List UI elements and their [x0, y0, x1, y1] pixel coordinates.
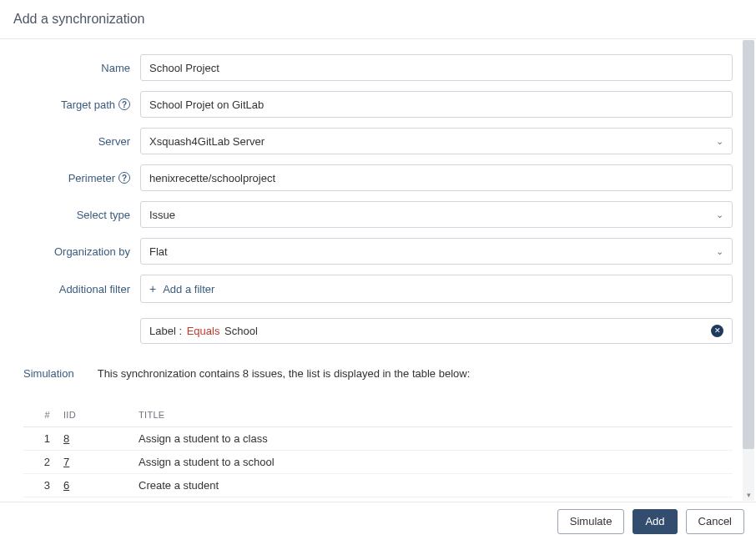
filter-chip: Label : Equals School ✕ — [140, 318, 733, 344]
filter-chip-row: Label : Equals School ✕ — [140, 318, 733, 344]
label-server: Server — [23, 135, 140, 148]
select-select-type[interactable]: Issue ⌄ — [140, 201, 733, 228]
modal-body: Name Target path ? Server Xsquash4GitLab… — [0, 39, 756, 507]
cell-iid: 8 — [57, 427, 132, 451]
label-additional-filter: Additional filter — [23, 283, 140, 295]
row-target-path: Target path ? — [23, 91, 733, 118]
table-row: 18Assign a student to a class — [23, 427, 733, 451]
row-perimeter: Perimeter? — [23, 164, 733, 191]
table-row: 36Create a student — [23, 474, 733, 497]
cell-title: Assign a student to a school — [132, 451, 733, 474]
scrollbar-thumb[interactable] — [743, 40, 754, 449]
issues-table: # IID TITLE 18Assign a student to a clas… — [23, 403, 733, 507]
col-header-title: TITLE — [132, 403, 733, 427]
plus-icon: + — [149, 282, 156, 295]
modal-title: Add a synchronization — [13, 12, 144, 26]
cell-iid: 6 — [57, 474, 132, 497]
label-name: Name — [23, 62, 140, 74]
chevron-down-icon: ⌄ — [716, 136, 723, 147]
help-icon[interactable]: ? — [118, 98, 130, 110]
modal-header: Add a synchronization — [0, 0, 756, 39]
simulation-header: Simulation This synchronization contains… — [23, 367, 733, 380]
iid-link[interactable]: 7 — [63, 456, 69, 468]
table-row: 27Assign a student to a school — [23, 451, 733, 474]
row-organization-by: Organization by Flat ⌄ — [23, 238, 733, 265]
cancel-button[interactable]: Cancel — [686, 509, 744, 534]
row-name: Name — [23, 54, 733, 81]
select-organization-by[interactable]: Flat ⌄ — [140, 238, 733, 265]
simulation-desc: This synchronization contains 8 issues, … — [98, 367, 471, 380]
cell-idx: 3 — [23, 474, 57, 497]
cell-title: Create a student — [132, 474, 733, 497]
row-server: Server Xsquash4GitLab Server ⌄ — [23, 128, 733, 154]
scroll-down-icon[interactable]: ▾ — [743, 489, 754, 501]
chevron-down-icon: ⌄ — [716, 209, 723, 220]
input-target-path[interactable] — [140, 91, 733, 118]
cell-idx: 2 — [23, 451, 57, 474]
simulation-title: Simulation — [23, 367, 74, 380]
input-name[interactable] — [140, 54, 733, 81]
add-button[interactable]: Add — [633, 509, 677, 534]
iid-link[interactable]: 8 — [63, 432, 69, 445]
col-header-idx: # — [23, 403, 57, 427]
select-server[interactable]: Xsquash4GitLab Server ⌄ — [140, 128, 733, 154]
label-target-path: Target path ? — [23, 98, 140, 111]
label-organization-by: Organization by — [23, 245, 140, 258]
cell-iid: 7 — [57, 451, 132, 474]
cell-idx: 1 — [23, 427, 57, 451]
label-perimeter: Perimeter? — [23, 172, 140, 184]
row-additional-filter: Additional filter + Add a filter — [23, 275, 733, 303]
add-filter-button[interactable]: + Add a filter — [148, 279, 216, 299]
chevron-down-icon: ⌄ — [716, 246, 723, 257]
help-icon[interactable]: ? — [118, 172, 130, 184]
modal-footer: Simulate Add Cancel — [0, 502, 756, 540]
iid-link[interactable]: 6 — [63, 479, 69, 492]
col-header-iid: IID — [57, 403, 132, 427]
input-perimeter[interactable] — [140, 164, 733, 191]
cell-title: Assign a student to a class — [132, 427, 733, 451]
row-select-type: Select type Issue ⌄ — [23, 201, 733, 228]
label-select-type: Select type — [23, 209, 140, 221]
simulate-button[interactable]: Simulate — [557, 509, 625, 534]
remove-filter-icon[interactable]: ✕ — [711, 325, 723, 337]
